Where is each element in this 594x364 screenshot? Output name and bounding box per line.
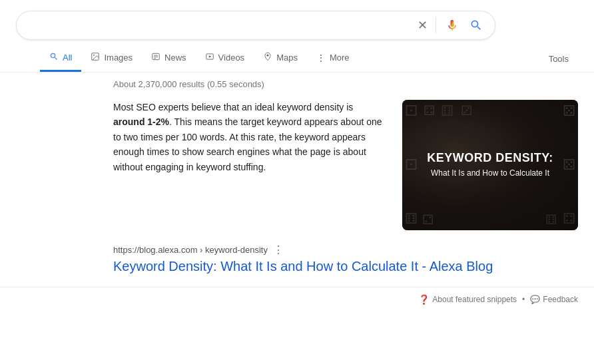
tab-news[interactable]: News bbox=[142, 45, 196, 72]
search-tab-icon bbox=[49, 52, 59, 63]
news-tab-icon bbox=[151, 52, 160, 63]
result-menu-icon[interactable]: ⋮ bbox=[273, 244, 284, 256]
results-area: About 2,370,000 results (0.55 seconds) M… bbox=[0, 73, 594, 287]
snippet-text: Most SEO experts believe that an ideal k… bbox=[113, 100, 386, 230]
videos-tab-icon bbox=[205, 52, 214, 63]
tab-videos[interactable]: Videos bbox=[196, 45, 254, 72]
search-input[interactable]: keyword density in SEO bbox=[27, 19, 418, 31]
tab-news-label: News bbox=[164, 53, 186, 63]
bottom-bar: ❓ About featured snippets • 💬 Feedback bbox=[0, 287, 594, 311]
clear-icon[interactable]: ✕ bbox=[418, 18, 428, 33]
svg-point-1 bbox=[94, 55, 95, 56]
featured-snippet: Most SEO experts believe that an ideal k… bbox=[113, 100, 578, 230]
divider bbox=[436, 17, 436, 33]
feedback-icon: 💬 bbox=[530, 295, 540, 304]
result-breadcrumb: https://blog.alexa.com › keyword-density bbox=[113, 245, 268, 255]
about-snippets-item[interactable]: ❓ About featured snippets bbox=[418, 294, 517, 305]
tab-maps[interactable]: Maps bbox=[254, 45, 307, 72]
tab-all[interactable]: All bbox=[40, 45, 81, 72]
search-icons: ✕ bbox=[418, 17, 484, 33]
result-title[interactable]: Keyword Density: What It Is and How to C… bbox=[113, 259, 493, 273]
search-button-icon[interactable] bbox=[468, 17, 484, 33]
nav-tabs: All Images News V bbox=[0, 40, 594, 73]
svg-point-8 bbox=[267, 55, 269, 57]
tools-button[interactable]: Tools bbox=[539, 47, 578, 71]
results-count: About 2,370,000 results (0.55 seconds) bbox=[113, 79, 578, 89]
search-bar-area: keyword density in SEO ✕ bbox=[0, 0, 594, 40]
tab-images-label: Images bbox=[104, 53, 133, 63]
snippet-image-text: KEYWORD DENSITY: What It Is and How to C… bbox=[416, 140, 564, 190]
maps-tab-icon bbox=[263, 52, 272, 63]
tab-more[interactable]: ⋮ More bbox=[307, 46, 359, 72]
tab-maps-label: Maps bbox=[276, 53, 298, 63]
snippet-text-part1: Most SEO experts believe that an ideal k… bbox=[113, 102, 353, 112]
snippet-image[interactable]: ⚀ ⚃ ⚅ ⚂ ⚄ ⚅ ⚁ ⚃ ⚅ ⚀ ⚄ KEYWORD DENSITY: W… bbox=[402, 100, 578, 230]
about-snippets-label: About featured snippets bbox=[432, 295, 517, 304]
result-item: https://blog.alexa.com › keyword-density… bbox=[113, 244, 553, 275]
search-box: keyword density in SEO ✕ bbox=[16, 11, 495, 40]
mic-icon[interactable] bbox=[444, 17, 460, 33]
tab-images[interactable]: Images bbox=[81, 45, 142, 72]
images-tab-icon bbox=[91, 52, 100, 63]
tab-more-label: More bbox=[330, 53, 350, 63]
more-tab-icon: ⋮ bbox=[316, 53, 326, 63]
tab-videos-label: Videos bbox=[218, 53, 245, 63]
image-title-line2: What It Is and How to Calculate It bbox=[427, 168, 553, 179]
image-title-line1: KEYWORD DENSITY: bbox=[427, 151, 553, 166]
snippet-text-bold: around 1-2% bbox=[113, 116, 169, 127]
feedback-label: Feedback bbox=[543, 295, 578, 304]
bottom-separator: • bbox=[522, 295, 525, 304]
result-url-row: https://blog.alexa.com › keyword-density… bbox=[113, 244, 553, 256]
svg-marker-7 bbox=[208, 55, 211, 58]
tab-all-label: All bbox=[63, 53, 72, 63]
snippets-question-icon: ❓ bbox=[418, 294, 430, 305]
feedback-item[interactable]: 💬 Feedback bbox=[530, 295, 578, 304]
